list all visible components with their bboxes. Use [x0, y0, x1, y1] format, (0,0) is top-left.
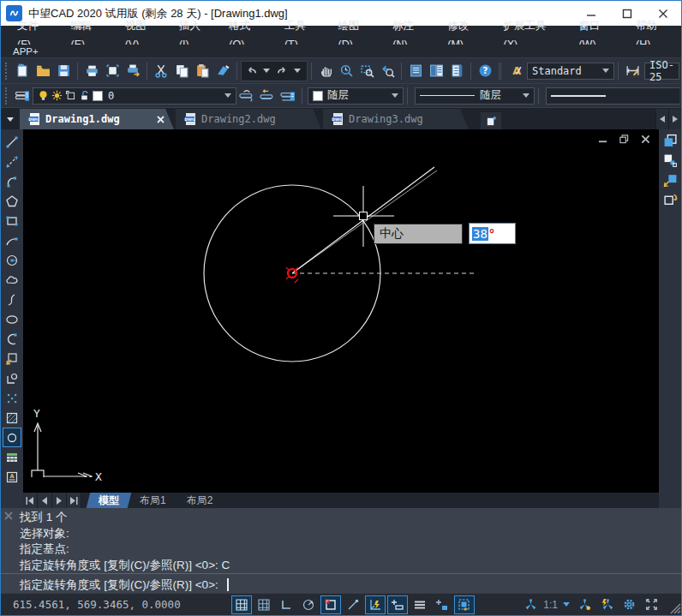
mtext-tool[interactable]: A: [3, 467, 21, 487]
spline-tool[interactable]: [3, 290, 21, 309]
undo-button[interactable]: [243, 61, 259, 81]
doc-restore-icon[interactable]: [619, 135, 629, 144]
copy-button[interactable]: [171, 61, 192, 81]
text-style-select[interactable]: Standard: [527, 63, 614, 80]
osnap-toggle[interactable]: [320, 595, 341, 614]
tab-scroll-left-button[interactable]: [655, 109, 668, 129]
xline-tool[interactable]: [3, 152, 21, 171]
rectangle-tool[interactable]: [3, 211, 21, 230]
paste-button[interactable]: [192, 61, 212, 81]
annotation-auto-scale-button[interactable]: [596, 595, 617, 614]
quick-properties-toggle[interactable]: [432, 595, 452, 614]
ellipse-tool[interactable]: [3, 309, 21, 329]
polar-toggle[interactable]: [298, 595, 319, 614]
tab-close-icon[interactable]: [156, 115, 165, 124]
redo-dropdown[interactable]: [290, 61, 305, 81]
line-tool[interactable]: [3, 132, 21, 152]
tab-layout2[interactable]: 布局2: [176, 493, 224, 508]
tool-palettes-button[interactable]: [446, 61, 467, 81]
layer-previous-button[interactable]: [257, 86, 278, 106]
tab-layout1[interactable]: 布局1: [129, 493, 176, 508]
dynamic-input-toggle[interactable]: [365, 595, 386, 614]
print-button[interactable]: [81, 61, 102, 81]
first-layout-button[interactable]: [23, 493, 38, 508]
pan-button[interactable]: [315, 61, 336, 81]
chevron-down-icon[interactable]: [563, 602, 570, 607]
dim-style-select[interactable]: ISO-25: [644, 63, 679, 80]
cut-button[interactable]: [151, 61, 171, 81]
toolbar-grip[interactable]: [5, 87, 9, 105]
new-file-button[interactable]: [12, 61, 33, 81]
help-button[interactable]: ?: [475, 61, 495, 81]
layer-manager-button[interactable]: [12, 86, 33, 106]
rotate-tool[interactable]: [661, 190, 679, 210]
annotation-scale-button[interactable]: [520, 595, 541, 614]
make-layer-current-button[interactable]: [236, 86, 257, 106]
redo-button[interactable]: [274, 61, 290, 81]
polyline-tool[interactable]: [3, 171, 21, 191]
arc-tool[interactable]: [3, 230, 21, 250]
lineweight-toggle[interactable]: [387, 595, 408, 614]
insert-block-tool[interactable]: [3, 349, 21, 368]
menu-app-plus[interactable]: APP+: [8, 46, 44, 57]
undo-dropdown[interactable]: [259, 61, 274, 81]
make-block-tool[interactable]: [3, 368, 21, 388]
drawing-canvas[interactable]: Y X 中心 38 °: [23, 129, 659, 493]
design-center-button[interactable]: [426, 61, 446, 81]
polygon-tool[interactable]: [3, 191, 21, 211]
match-properties-button[interactable]: [212, 61, 233, 81]
layer-states-button[interactable]: [278, 86, 298, 106]
plot-button[interactable]: [123, 61, 143, 81]
selection-cycling-toggle[interactable]: [454, 595, 475, 614]
window-resize-grip[interactable]: [667, 595, 681, 614]
tab-list-dropdown[interactable]: [1, 109, 20, 129]
grid-toggle[interactable]: [231, 595, 252, 614]
next-layout-button[interactable]: [52, 493, 67, 508]
dynamic-angle-input[interactable]: 38 °: [469, 223, 516, 244]
last-layout-button[interactable]: [67, 493, 81, 508]
point-tool[interactable]: [3, 388, 21, 408]
zoom-previous-button[interactable]: [377, 61, 398, 81]
settings-button[interactable]: [619, 595, 639, 614]
zoom-realtime-button[interactable]: [336, 61, 356, 81]
doc-minimize-icon[interactable]: [598, 135, 607, 144]
open-file-button[interactable]: [33, 61, 53, 81]
tab-drawing3[interactable]: DWG Drawing3.dwg: [323, 109, 469, 129]
tab-drawing1[interactable]: DWG Drawing1.dwg: [20, 109, 174, 129]
hatch-tool[interactable]: [3, 408, 21, 428]
print-preview-button[interactable]: [102, 61, 123, 81]
otrack-toggle[interactable]: [343, 595, 363, 614]
revision-cloud-tool[interactable]: [3, 270, 21, 290]
zoom-window-button[interactable]: [356, 61, 377, 81]
toolbar-grip[interactable]: [5, 63, 9, 80]
circle-tool[interactable]: [3, 250, 21, 270]
fullscreen-button[interactable]: [641, 595, 661, 614]
save-button[interactable]: [53, 61, 74, 81]
command-input[interactable]: 指定旋转角度或 [复制(C)/参照(R)] <0>:: [1, 573, 681, 593]
prev-layout-button[interactable]: [38, 493, 52, 508]
layer-select[interactable]: 0: [33, 87, 236, 105]
color-select[interactable]: 随层: [308, 87, 404, 105]
command-close-icon[interactable]: [4, 511, 13, 520]
open-folder-icon: [36, 63, 51, 78]
move-tool[interactable]: [661, 170, 679, 190]
properties-palette-button[interactable]: [405, 61, 426, 81]
dim-style-button[interactable]: [622, 61, 643, 81]
doc-close-icon[interactable]: [641, 135, 650, 144]
tab-drawing2[interactable]: DWG Drawing2.dwg: [176, 109, 321, 129]
table-tool[interactable]: [3, 447, 21, 467]
snap-toggle[interactable]: [254, 595, 274, 614]
new-drawing-tab-button[interactable]: [481, 112, 501, 129]
annotation-visibility-button[interactable]: [574, 595, 595, 614]
lineweight-select[interactable]: [546, 87, 679, 105]
ortho-toggle[interactable]: [276, 595, 296, 614]
copy-tool[interactable]: [661, 131, 679, 151]
scale-tool[interactable]: [661, 151, 679, 170]
region-tool[interactable]: [3, 428, 21, 447]
tab-model[interactable]: 模型: [87, 493, 131, 508]
lineweight-settings-toggle[interactable]: [410, 595, 430, 614]
tab-scroll-right-button[interactable]: [668, 109, 681, 129]
ellipse-arc-tool[interactable]: [3, 329, 21, 349]
text-style-button[interactable]: A: [505, 61, 525, 81]
linetype-select[interactable]: 随层: [415, 87, 535, 105]
